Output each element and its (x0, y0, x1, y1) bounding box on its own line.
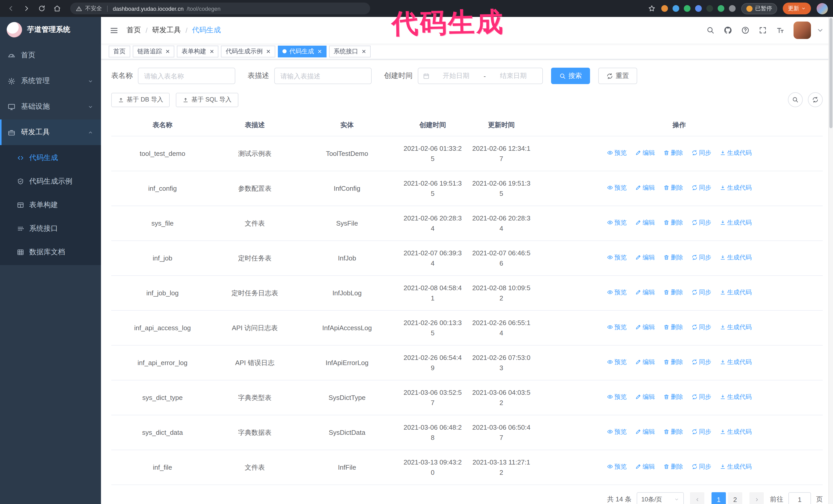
table-name-input[interactable] (138, 68, 235, 84)
action-sync[interactable]: 同步 (691, 323, 711, 332)
github-icon[interactable] (724, 26, 732, 34)
action-delete[interactable]: 删除 (663, 253, 683, 262)
action-sync[interactable]: 同步 (691, 218, 711, 227)
sidebar-item-infra[interactable]: 基础设施 (0, 94, 101, 119)
action-delete[interactable]: 删除 (663, 183, 683, 193)
action-generate[interactable]: 生成代码 (719, 253, 752, 262)
sidebar-item-system-api[interactable]: 系统接口 (0, 217, 101, 240)
action-generate[interactable]: 生成代码 (719, 392, 752, 402)
sidebar-item-system[interactable]: 系统管理 (0, 68, 101, 94)
action-edit[interactable]: 编辑 (635, 462, 655, 472)
extension-icon[interactable] (672, 5, 679, 12)
action-edit[interactable]: 编辑 (635, 358, 655, 367)
action-delete[interactable]: 删除 (663, 462, 683, 472)
app-logo[interactable]: 芋道管理系统 (0, 17, 101, 43)
action-sync[interactable]: 同步 (691, 148, 711, 158)
search-button[interactable]: 搜索 (551, 68, 590, 84)
action-generate[interactable]: 生成代码 (719, 183, 752, 193)
tab-form-build[interactable]: 表单构建× (177, 45, 218, 57)
scrollbar-thumb[interactable] (829, 18, 832, 128)
page-button-1[interactable]: 1 (712, 492, 726, 504)
extension-icon[interactable] (706, 5, 713, 12)
user-avatar[interactable] (793, 22, 811, 39)
tab-codegen[interactable]: 代码生成× (278, 45, 326, 57)
reload-icon[interactable] (38, 5, 46, 12)
forward-icon[interactable] (23, 5, 30, 12)
close-icon[interactable]: × (210, 48, 214, 55)
date-range-picker[interactable]: 开始日期 - 结束日期 (418, 68, 543, 84)
action-edit[interactable]: 编辑 (635, 183, 655, 193)
action-generate[interactable]: 生成代码 (719, 218, 752, 227)
action-preview[interactable]: 预览 (607, 253, 627, 262)
goto-page-input[interactable] (788, 492, 811, 504)
action-sync[interactable]: 同步 (691, 358, 711, 367)
action-edit[interactable]: 编辑 (635, 323, 655, 332)
action-preview[interactable]: 预览 (607, 218, 627, 227)
tab-tracer[interactable]: 链路追踪× (133, 45, 174, 57)
action-edit[interactable]: 编辑 (635, 288, 655, 297)
paused-badge[interactable]: 已暂停 (741, 3, 777, 14)
action-generate[interactable]: 生成代码 (719, 427, 752, 437)
close-icon[interactable]: × (166, 48, 170, 55)
font-size-icon[interactable] (776, 26, 784, 34)
breadcrumb-item[interactable]: 首页 (127, 26, 141, 35)
import-sql-button[interactable]: 基于 SQL 导入 (176, 93, 238, 107)
action-preview[interactable]: 预览 (607, 392, 627, 402)
tab-system-api[interactable]: 系统接口× (329, 45, 371, 57)
extension-icon[interactable] (684, 5, 690, 12)
action-edit[interactable]: 编辑 (635, 218, 655, 227)
close-icon[interactable]: × (317, 48, 322, 55)
action-generate[interactable]: 生成代码 (719, 148, 752, 158)
action-edit[interactable]: 编辑 (635, 427, 655, 437)
reset-button[interactable]: 重置 (598, 68, 637, 84)
breadcrumb-item[interactable]: 研发工具 (152, 26, 181, 35)
action-preview[interactable]: 预览 (607, 427, 627, 437)
action-sync[interactable]: 同步 (691, 183, 711, 193)
action-delete[interactable]: 删除 (663, 218, 683, 227)
close-icon[interactable]: × (266, 48, 270, 55)
action-sync[interactable]: 同步 (691, 392, 711, 402)
next-page-button[interactable] (749, 492, 764, 504)
page-size-select[interactable]: 10条/页 (637, 492, 684, 504)
extension-icon[interactable] (729, 5, 736, 12)
prev-page-button[interactable] (690, 492, 704, 504)
toggle-search-button[interactable] (788, 92, 803, 107)
action-edit[interactable]: 编辑 (635, 148, 655, 158)
fullscreen-icon[interactable] (759, 26, 767, 34)
search-icon[interactable] (706, 26, 715, 34)
action-sync[interactable]: 同步 (691, 288, 711, 297)
page-button-2[interactable]: 2 (728, 492, 742, 504)
address-bar[interactable]: 不安全 dashboard.yudao.iocoder.cn/tool/code… (70, 3, 370, 14)
refresh-button[interactable] (808, 92, 823, 107)
action-preview[interactable]: 预览 (607, 148, 627, 158)
sidebar-item-form-builder[interactable]: 表单构建 (0, 193, 101, 217)
action-preview[interactable]: 预览 (607, 288, 627, 297)
action-delete[interactable]: 删除 (663, 288, 683, 297)
breadcrumb-item[interactable]: 代码生成 (192, 26, 221, 35)
action-generate[interactable]: 生成代码 (719, 358, 752, 367)
extension-icon[interactable] (695, 5, 702, 12)
sidebar-item-home[interactable]: 首页 (0, 43, 101, 68)
action-generate[interactable]: 生成代码 (719, 323, 752, 332)
action-preview[interactable]: 预览 (607, 462, 627, 472)
action-delete[interactable]: 删除 (663, 323, 683, 332)
chevron-down-icon[interactable] (816, 26, 824, 34)
sidebar-item-devtools[interactable]: 研发工具 (0, 119, 101, 145)
close-icon[interactable]: × (362, 48, 366, 55)
action-generate[interactable]: 生成代码 (719, 288, 752, 297)
action-delete[interactable]: 删除 (663, 427, 683, 437)
table-desc-input[interactable] (274, 68, 372, 84)
action-edit[interactable]: 编辑 (635, 392, 655, 402)
question-icon[interactable] (741, 26, 749, 34)
sidebar-item-codegen-example[interactable]: 代码生成示例 (0, 170, 101, 193)
action-delete[interactable]: 删除 (663, 392, 683, 402)
back-icon[interactable] (7, 5, 15, 12)
action-sync[interactable]: 同步 (691, 253, 711, 262)
sidebar-item-codegen[interactable]: 代码生成 (0, 146, 101, 170)
tab-codegen-example[interactable]: 代码生成示例× (221, 45, 275, 57)
extension-icon[interactable] (718, 5, 724, 12)
import-db-button[interactable]: 基于 DB 导入 (111, 93, 170, 107)
action-edit[interactable]: 编辑 (635, 253, 655, 262)
action-sync[interactable]: 同步 (691, 462, 711, 472)
sidebar-item-db-doc[interactable]: 数据库文档 (0, 240, 101, 264)
